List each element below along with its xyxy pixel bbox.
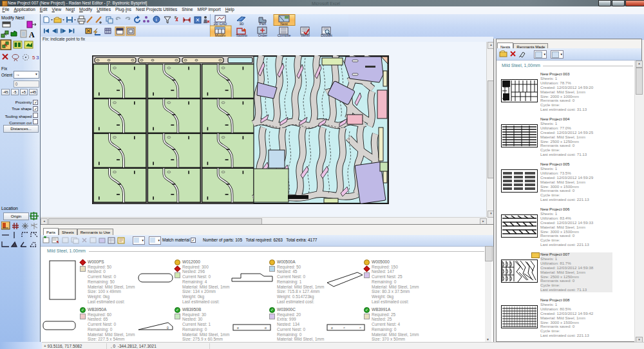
svg-text:2D CAD: 2D CAD [214,22,227,26]
svg-text:3D: 3D [239,22,243,26]
svg-text:3: 3 [36,55,39,61]
svg-text:5: 5 [32,55,35,61]
svg-text:Nest: Nest [280,22,288,26]
svg-text:Part: Part [260,22,267,26]
svg-text:A: A [29,30,35,39]
